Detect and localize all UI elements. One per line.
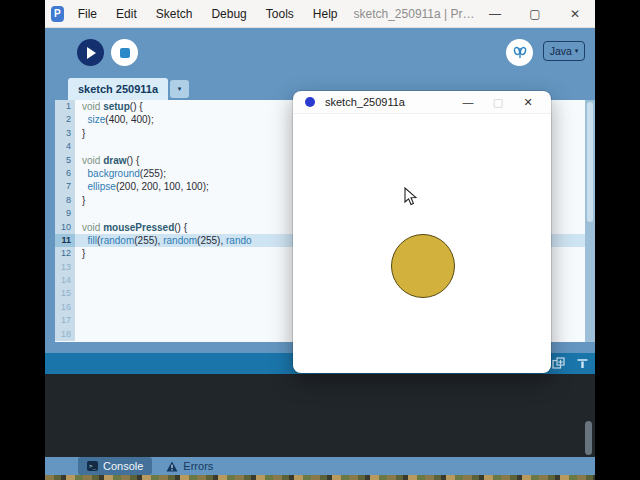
toolbar: Java ▾ (45, 28, 595, 77)
line-number: 3 (55, 127, 75, 140)
code-text (75, 287, 82, 300)
mode-label: Java (550, 45, 572, 57)
line-number: 8 (55, 194, 75, 207)
collapse-console-button[interactable] (575, 356, 589, 370)
line-number: 9 (55, 207, 75, 220)
tab-menu-button[interactable]: ▾ (170, 80, 189, 98)
code-text (75, 140, 82, 153)
console-output (45, 374, 595, 457)
open-external-icon (552, 357, 565, 370)
warning-icon (166, 461, 178, 472)
line-number: 11 (55, 234, 75, 247)
stop-button[interactable] (111, 39, 138, 66)
code-text: void mousePressed() { (75, 221, 187, 234)
menu-debug[interactable]: Debug (211, 7, 246, 21)
code-text: } (75, 127, 85, 140)
tab-errors[interactable]: Errors (166, 460, 213, 472)
code-text: background(255); (75, 167, 166, 180)
console-scrollbar-thumb[interactable] (585, 421, 592, 455)
sketch-window-titlebar[interactable]: sketch_250911a — ▢ ✕ (293, 91, 551, 114)
code-text (75, 261, 82, 274)
debug-button[interactable] (506, 39, 533, 66)
editor-scrollbar[interactable] (585, 100, 595, 342)
code-text: } (75, 194, 85, 207)
code-text (75, 301, 82, 314)
code-text: size(400, 400); (75, 113, 154, 126)
menu-tools[interactable]: Tools (266, 7, 294, 21)
desktop-wallpaper-sliver (45, 475, 595, 480)
code-text (75, 274, 82, 287)
line-number: 17 (55, 314, 75, 327)
line-number: 5 (55, 154, 75, 167)
sketch-canvas[interactable] (293, 114, 551, 372)
run-button[interactable] (77, 39, 104, 66)
menu-sketch[interactable]: Sketch (156, 7, 193, 21)
app-titlebar: P File Edit Sketch Debug Tools Help sket… (45, 0, 595, 28)
sketch-app-icon (305, 97, 315, 107)
line-number: 15 (55, 287, 75, 300)
processing-logo-icon: P (51, 6, 64, 22)
mode-selector[interactable]: Java ▾ (543, 41, 585, 61)
code-text: fill(random(255), random(255), rando (75, 234, 252, 247)
tab-sketch[interactable]: sketch 250911a (68, 78, 168, 100)
line-number: 2 (55, 113, 75, 126)
tab-console[interactable]: >_ Console (78, 457, 152, 475)
footer-tab-bar: >_ Console Errors (45, 457, 595, 475)
sketch-close-button[interactable]: ✕ (513, 91, 543, 113)
sketch-minimize-button[interactable]: — (453, 91, 483, 113)
sketch-window-title: sketch_250911a (325, 96, 405, 108)
code-text: ellipse(200, 200, 100, 100); (75, 180, 209, 193)
code-text (75, 207, 82, 220)
line-number: 13 (55, 261, 75, 274)
open-external-console-button[interactable] (551, 356, 565, 370)
menu-edit[interactable]: Edit (116, 7, 137, 21)
line-number: 18 (55, 328, 75, 341)
sketch-maximize-button: ▢ (483, 91, 513, 113)
chevron-down-icon: ▾ (575, 47, 579, 55)
line-number: 10 (55, 221, 75, 234)
terminal-icon: >_ (87, 461, 98, 471)
code-text: } (75, 247, 85, 260)
play-icon (87, 47, 96, 59)
window-title: sketch_250911a | Processi... (354, 7, 476, 21)
butterfly-icon (512, 45, 528, 61)
ellipse-shape (391, 234, 455, 298)
editor-scrollbar-thumb[interactable] (587, 102, 593, 222)
errors-tab-label: Errors (183, 460, 213, 472)
line-number: 1 (55, 100, 75, 113)
collapse-icon (576, 357, 589, 370)
mouse-cursor-icon (404, 187, 417, 206)
screen: P File Edit Sketch Debug Tools Help sket… (0, 0, 640, 480)
line-number: 7 (55, 180, 75, 193)
code-text (75, 328, 82, 341)
sketch-output-window: sketch_250911a — ▢ ✕ (293, 91, 551, 373)
minimize-button[interactable]: — (475, 0, 515, 27)
menubar: File Edit Sketch Debug Tools Help (78, 7, 338, 21)
line-number: 4 (55, 140, 75, 153)
close-button[interactable]: ✕ (555, 0, 595, 27)
menu-file[interactable]: File (78, 7, 97, 21)
line-number: 14 (55, 274, 75, 287)
console-tab-label: Console (103, 460, 143, 472)
menu-help[interactable]: Help (313, 7, 338, 21)
code-text (75, 314, 82, 327)
code-text: void setup() { (75, 100, 143, 113)
stop-icon (120, 48, 130, 58)
line-number: 16 (55, 301, 75, 314)
line-number: 6 (55, 167, 75, 180)
code-text: void draw() { (75, 154, 139, 167)
line-number: 12 (55, 247, 75, 260)
maximize-button[interactable]: ▢ (515, 0, 555, 27)
